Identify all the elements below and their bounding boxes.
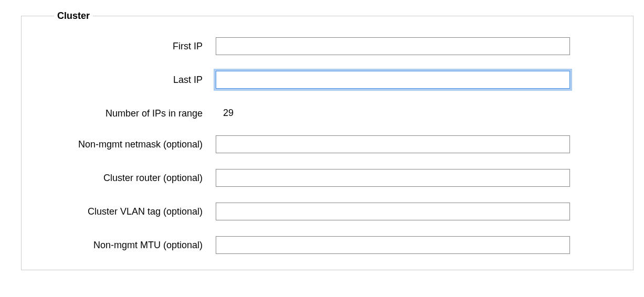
non-mgmt-mtu-label: Non-mgmt MTU (optional) bbox=[43, 236, 216, 251]
num-ips-value-col: 29 bbox=[216, 104, 570, 119]
num-ips-label: Number of IPs in range bbox=[43, 104, 216, 120]
cluster-vlan-tag-value-col bbox=[216, 203, 570, 220]
non-mgmt-netmask-row: Non-mgmt netmask (optional) bbox=[43, 135, 570, 153]
cluster-fieldset: Cluster First IP Last IP Number of IPs i… bbox=[21, 10, 634, 270]
non-mgmt-mtu-value-col bbox=[216, 236, 570, 254]
cluster-vlan-tag-row: Cluster VLAN tag (optional) bbox=[43, 203, 570, 220]
num-ips-value: 29 bbox=[216, 104, 234, 119]
first-ip-input[interactable] bbox=[216, 37, 570, 55]
first-ip-value-col bbox=[216, 37, 570, 55]
cluster-vlan-tag-label: Cluster VLAN tag (optional) bbox=[43, 203, 216, 218]
cluster-legend: Cluster bbox=[54, 10, 93, 22]
non-mgmt-mtu-input[interactable] bbox=[216, 236, 570, 254]
num-ips-row: Number of IPs in range 29 bbox=[43, 104, 570, 120]
non-mgmt-netmask-value-col bbox=[216, 135, 570, 153]
cluster-router-value-col bbox=[216, 169, 570, 187]
cluster-router-label: Cluster router (optional) bbox=[43, 169, 216, 184]
non-mgmt-netmask-label: Non-mgmt netmask (optional) bbox=[43, 135, 216, 151]
first-ip-row: First IP bbox=[43, 37, 570, 55]
cluster-vlan-tag-input[interactable] bbox=[216, 203, 570, 220]
non-mgmt-netmask-input[interactable] bbox=[216, 135, 570, 153]
cluster-router-row: Cluster router (optional) bbox=[43, 169, 570, 187]
last-ip-row: Last IP bbox=[43, 71, 570, 89]
first-ip-label: First IP bbox=[43, 37, 216, 52]
cluster-router-input[interactable] bbox=[216, 169, 570, 187]
last-ip-label: Last IP bbox=[43, 71, 216, 86]
last-ip-input[interactable] bbox=[216, 71, 570, 89]
last-ip-value-col bbox=[216, 71, 570, 89]
non-mgmt-mtu-row: Non-mgmt MTU (optional) bbox=[43, 236, 570, 254]
